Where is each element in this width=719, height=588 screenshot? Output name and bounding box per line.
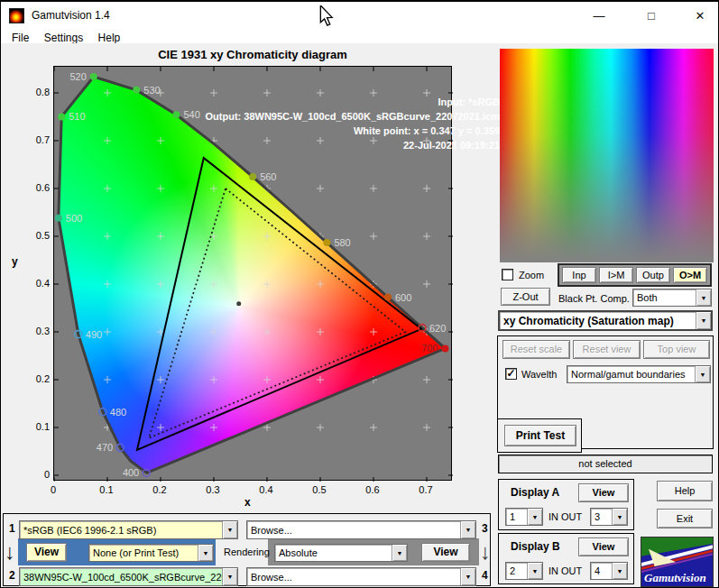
display-b-inout-label: IN OUT [548, 565, 582, 576]
reset-view-button[interactable]: Reset view [573, 340, 641, 359]
grid-mark [104, 185, 111, 192]
exit-button[interactable]: Exit [657, 509, 713, 528]
map-button-panel: Inp I>M Outp O>M [558, 263, 712, 287]
dropdown-arrow-icon[interactable]: ▼ [527, 563, 542, 579]
wavelength-marker [90, 73, 97, 80]
wavelength-marker [441, 345, 448, 352]
display-b-out-select[interactable]: 4 ▼ [590, 562, 628, 580]
inp-button[interactable]: Inp [562, 267, 596, 283]
x-tick-label: 0.2 [149, 484, 171, 495]
display-b-title: Display B [511, 540, 560, 553]
grid-mark [210, 424, 217, 431]
y-tick-label: 0.7 [26, 134, 50, 145]
x-tick-label: 0.4 [255, 484, 277, 495]
grid-mark [370, 233, 377, 240]
grid-mark [423, 424, 430, 431]
menu-file[interactable]: File [12, 32, 29, 44]
slot-2-label: 2 [9, 569, 15, 582]
view-input-button[interactable]: View [26, 543, 67, 562]
o-to-m-button[interactable]: O>M [673, 267, 707, 283]
output-profile-select[interactable]: 38WN95C-W_100cd_6500K_sRGBcurve_2207: ▼ [19, 567, 238, 586]
grid-mark [423, 280, 430, 288]
view-mode-select[interactable]: xy Chromaticity (Saturation map) ▼ [498, 310, 713, 331]
slot-1-label: 1 [9, 522, 15, 535]
dropdown-arrow-icon[interactable]: ▼ [198, 545, 213, 561]
black-pt-comp-select[interactable]: Both ▼ [632, 289, 712, 307]
grid-mark [104, 89, 111, 96]
wavelength-marker [172, 111, 180, 118]
dropdown-arrow-icon[interactable]: ▼ [696, 312, 711, 329]
wavelength-label: 500 [66, 213, 82, 224]
zoom-checkbox[interactable] [502, 269, 513, 280]
y-tick-label: 0.2 [26, 373, 50, 384]
grid-mark [263, 233, 271, 240]
view-output-button[interactable]: View [421, 543, 470, 562]
display-a-view-button[interactable]: View [578, 483, 629, 502]
saturation-map-preview[interactable] [500, 49, 714, 262]
chromaticity-plot[interactable]: 5205305405105004904804704005605806006207… [53, 66, 452, 481]
wavelength-marker [249, 173, 256, 180]
help-button[interactable]: Help [657, 481, 713, 501]
dropdown-arrow-icon[interactable]: ▼ [612, 509, 627, 525]
rendering-intent-select[interactable]: Absolute ▼ [274, 544, 408, 562]
display-a-out-select[interactable]: 3 ▼ [590, 508, 628, 526]
wavelength-marker [384, 294, 392, 301]
dropdown-arrow-icon[interactable]: ▼ [222, 568, 237, 585]
grid-mark [104, 137, 111, 144]
wavelth-checkbox[interactable]: ✓ [505, 368, 517, 380]
grid-mark [104, 376, 111, 383]
flow-down-arrow-right: ↓ [480, 541, 491, 563]
display-b-in-select[interactable]: 2 ▼ [505, 562, 543, 580]
display-a-title: Display A [511, 486, 559, 499]
dropdown-arrow-icon[interactable]: ▼ [392, 545, 407, 561]
grid-mark [423, 185, 430, 192]
grid-mark [104, 233, 111, 240]
grid-mark [157, 233, 164, 240]
maximize-button[interactable]: □ [638, 7, 665, 25]
dropdown-arrow-icon[interactable]: ▼ [527, 509, 542, 525]
dropdown-arrow-icon[interactable]: ▼ [695, 366, 710, 382]
y-tick-label: 0.8 [26, 87, 50, 97]
wavelength-label: 400 [123, 467, 139, 478]
grid-mark [157, 185, 164, 192]
dropdown-arrow-icon[interactable]: ▼ [460, 568, 475, 585]
display-b-view-button[interactable]: View [578, 537, 629, 556]
x-tick-label: 0 [42, 484, 64, 495]
menu-bar: File Settings Help [1, 29, 718, 43]
grid-mark [157, 137, 164, 144]
grid-mark [423, 233, 430, 240]
menu-settings[interactable]: Settings [44, 32, 83, 44]
print-test-select[interactable]: None (or Print Test) ▼ [88, 544, 214, 562]
close-button[interactable]: ✕ [687, 7, 714, 25]
display-a-in-select[interactable]: 1 ▼ [505, 508, 543, 526]
dropdown-arrow-icon[interactable]: ▼ [222, 521, 237, 538]
browse-1-select[interactable]: Browse... ▼ [246, 520, 476, 539]
x-tick-label: 0.1 [96, 484, 117, 495]
outp-button[interactable]: Outp [636, 267, 670, 283]
menu-help[interactable]: Help [98, 32, 121, 44]
top-view-button[interactable]: Top view [643, 340, 710, 359]
dropdown-arrow-icon[interactable]: ▼ [612, 563, 627, 579]
grid-mark [263, 376, 271, 383]
input-profile-select[interactable]: *sRGB (IEC6 1996-2.1 sRGB) ▼ [19, 520, 238, 539]
z-out-button[interactable]: Z-Out [501, 288, 550, 306]
grid-mark [317, 280, 324, 288]
i-to-m-button[interactable]: I>M [599, 267, 633, 283]
boundaries-select[interactable]: Normal/gamut boundaries ▼ [567, 365, 711, 383]
dropdown-arrow-icon[interactable]: ▼ [460, 521, 475, 538]
dropdown-arrow-icon[interactable]: ▼ [696, 289, 711, 306]
minimize-button[interactable]: — [585, 7, 613, 25]
wavelength-marker [58, 113, 65, 120]
grid-mark [210, 376, 217, 383]
grid-mark [157, 376, 164, 383]
x-axis-label: x [244, 496, 251, 509]
white-point-marker [236, 301, 241, 306]
chart-title: CIE 1931 xy Chromaticity diagram [53, 48, 452, 61]
wavelength-label: 600 [395, 292, 411, 303]
wavelth-checkbox-label: Wavelth [521, 369, 557, 380]
plot-annotations: Input: *sRGB Output: 38WN95C-W_100cd_650… [189, 95, 500, 152]
print-test-button[interactable]: Print Test [504, 425, 576, 446]
grid-mark [157, 424, 164, 431]
browse-2-select[interactable]: Browse... ▼ [246, 567, 476, 586]
reset-scale-button[interactable]: Reset scale [502, 340, 570, 359]
